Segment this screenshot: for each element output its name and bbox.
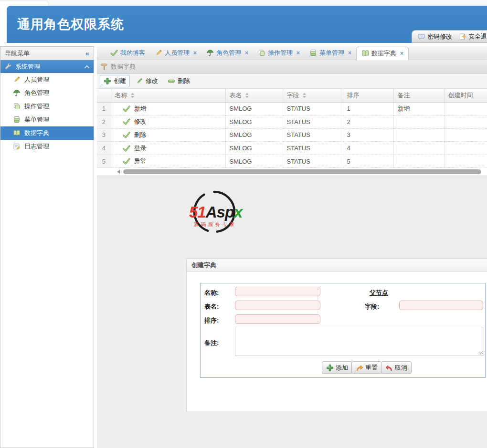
note-textarea[interactable] (235, 328, 484, 355)
check-icon (123, 118, 130, 125)
field-cell: STATUS (283, 115, 343, 129)
field-cell: STATUS (283, 155, 343, 168)
reset-button[interactable]: 重置 (351, 361, 382, 374)
message-edit-icon (418, 33, 425, 41)
parent-node-link[interactable]: 父节点 (370, 289, 388, 297)
data-grid: 名称 表名 字段 排序 备注 创建时间 1 新增 SMLOG STATUS 1 … (97, 89, 487, 176)
pencil-icon (155, 49, 162, 57)
order-cell: 4 (343, 142, 393, 155)
column-header-note[interactable]: 备注 (393, 89, 444, 102)
collapse-sidebar-icon[interactable]: « (85, 49, 89, 57)
created-cell (444, 102, 487, 115)
sidebar-item-operations[interactable]: 操作管理 (0, 100, 94, 113)
table-name-input[interactable] (235, 301, 320, 310)
order-cell: 1 (343, 102, 393, 115)
password-modify-button[interactable]: 密码修改 (418, 32, 452, 41)
tab-label: 人员管理 (165, 49, 190, 57)
sidebar-item-logs[interactable]: 日志管理 (0, 140, 94, 153)
create-button-label: 创建 (114, 77, 126, 85)
table-row[interactable]: 3 删除 SMLOG STATUS 3 (97, 128, 487, 142)
column-header-name[interactable]: 名称 (111, 89, 225, 102)
edit-button-label: 修改 (146, 77, 158, 85)
order-label: 排序: (204, 316, 219, 325)
note-cell: 新增 (393, 102, 444, 115)
sidebar-item-personnel[interactable]: 人员管理 (0, 73, 94, 86)
safe-logout-button[interactable]: 安全退出 (459, 32, 487, 41)
pages-stack-icon (13, 116, 21, 124)
check-icon (123, 157, 130, 165)
sidebar-item-label: 操作管理 (24, 102, 49, 111)
sidebar-item-data-dictionary[interactable]: 数据字典 (0, 126, 94, 140)
dialog-form: 名称: 父节点 表名: 字段: 排序: 备注: 添加 重置 取消 (200, 283, 486, 378)
table-cell: SMLOG (225, 115, 283, 129)
order-input[interactable] (235, 314, 320, 324)
add-button[interactable]: 添加 (322, 361, 352, 374)
tab-label: 角色管理 (216, 49, 241, 57)
sidebar-item-menus[interactable]: 菜单管理 (0, 113, 94, 126)
tab-operations[interactable]: 操作管理 × (253, 46, 305, 60)
horizontal-scrollbar[interactable] (97, 168, 487, 176)
column-header-table[interactable]: 表名 (225, 89, 283, 102)
table-row[interactable]: 5 异常 SMLOG STATUS 5 (97, 155, 487, 168)
table-cell: SMLOG (225, 102, 283, 115)
name-cell: 异常 (111, 155, 225, 168)
field-cell: STATUS (283, 102, 343, 115)
table-row[interactable]: 1 新增 SMLOG STATUS 1 新增 (97, 102, 487, 115)
close-tab-icon[interactable]: × (245, 50, 248, 56)
plus-icon (326, 364, 334, 372)
reset-button-label: 重置 (365, 364, 378, 372)
note-cell (393, 115, 444, 129)
sidebar-item-roles[interactable]: 角色管理 (0, 86, 94, 100)
chevron-up-icon[interactable] (83, 63, 91, 71)
tab-my-blog[interactable]: 我的博客 (106, 46, 150, 60)
row-number-header (97, 89, 111, 102)
name-cell: 删除 (111, 128, 225, 142)
tab-menus[interactable]: 菜单管理 × (305, 46, 356, 60)
dialog-title: 创建字典 (187, 259, 487, 272)
scroll-left-arrow-icon[interactable] (117, 170, 120, 174)
sort-icon[interactable] (245, 93, 249, 98)
column-header-field[interactable]: 字段 (283, 89, 343, 102)
create-button[interactable]: 创建 (100, 75, 130, 87)
close-tab-icon[interactable]: × (296, 50, 300, 56)
sort-icon[interactable] (130, 93, 135, 98)
accordion-header-system-management[interactable]: 系统管理 (0, 60, 94, 73)
table-row[interactable]: 2 修改 SMLOG STATUS 2 (97, 115, 487, 129)
name-cell: 修改 (111, 115, 225, 129)
row-number-cell: 3 (97, 128, 111, 142)
column-header-order[interactable]: 排序 (343, 89, 393, 102)
sidebar-item-label: 日志管理 (24, 142, 49, 151)
sort-icon[interactable] (302, 93, 307, 98)
umbrella-icon (206, 49, 214, 57)
tab-label: 操作管理 (268, 49, 293, 57)
wrench-icon (4, 63, 12, 71)
breadcrumb-label: 数据字典 (111, 63, 136, 71)
tab-data-dictionary[interactable]: 数据字典 × (356, 47, 409, 60)
exit-icon (459, 33, 466, 41)
tab-personnel[interactable]: 人员管理 × (150, 46, 201, 60)
name-input[interactable] (235, 287, 320, 296)
field-input[interactable] (399, 301, 483, 310)
scrollbar-thumb[interactable] (123, 169, 481, 174)
book-icon (361, 50, 369, 57)
created-cell (444, 142, 487, 155)
svg-text:源码服务专家: 源码服务专家 (193, 222, 237, 227)
edit-button[interactable]: 修改 (132, 75, 162, 87)
table-row[interactable]: 4 登录 SMLOG STATUS 4 (97, 142, 487, 155)
close-tab-icon[interactable]: × (193, 50, 197, 56)
password-modify-label: 密码修改 (427, 32, 452, 41)
check-icon (123, 131, 130, 139)
minus-icon (168, 77, 175, 85)
row-number-cell: 4 (97, 142, 111, 155)
created-cell (444, 128, 487, 142)
close-tab-icon[interactable]: × (348, 50, 351, 56)
breadcrumb: 数据字典 (97, 60, 487, 74)
tab-roles[interactable]: 角色管理 × (201, 46, 253, 60)
create-dictionary-dialog: 创建字典 名称: 父节点 表名: 字段: 排序: 备注: 添加 重置 (186, 258, 487, 411)
add-button-label: 添加 (336, 364, 348, 372)
column-header-created[interactable]: 创建时间 (444, 89, 487, 102)
delete-button[interactable]: 删除 (164, 75, 194, 87)
pencil-icon (136, 77, 143, 85)
cancel-button[interactable]: 取消 (381, 361, 412, 374)
close-tab-icon[interactable]: × (400, 50, 403, 57)
